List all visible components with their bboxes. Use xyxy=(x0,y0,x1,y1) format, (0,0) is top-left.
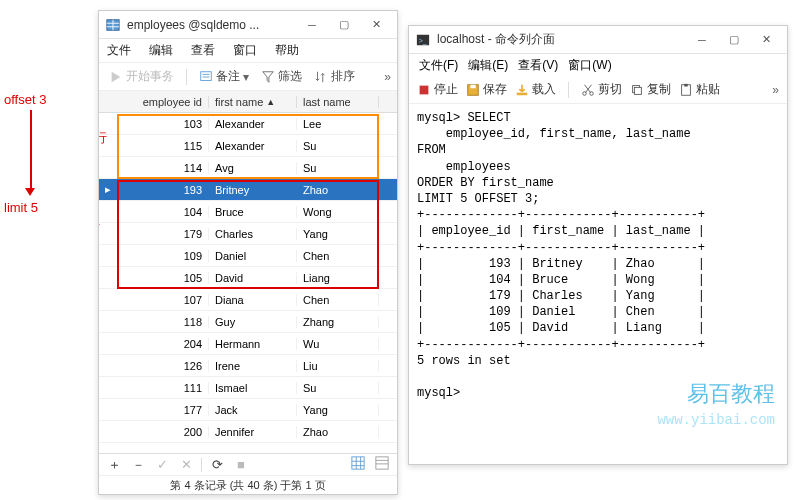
toolbar-overflow-icon[interactable]: » xyxy=(772,83,779,97)
cell-last-name: Chen xyxy=(297,250,379,262)
menubar: 文件(F) 编辑(E) 查看(V) 窗口(W) xyxy=(409,54,787,76)
table-row[interactable]: 111IsmaelSu xyxy=(99,377,397,399)
annotation-limit-note: 取5行 xyxy=(99,217,100,235)
menu-edit[interactable]: 编辑(E) xyxy=(468,57,508,74)
annotation-limit: limit 5 xyxy=(4,200,38,215)
table-row[interactable]: 115AlexanderSu xyxy=(99,135,397,157)
console-output[interactable]: mysql> SELECT employee_id, first_name, l… xyxy=(409,104,787,460)
cell-last-name: Yang xyxy=(297,404,379,416)
maximize-button[interactable]: ▢ xyxy=(719,30,749,50)
table-row[interactable]: 177JackYang xyxy=(99,399,397,421)
paste-button[interactable]: 粘贴 xyxy=(679,81,720,98)
menubar: 文件 编辑 查看 窗口 帮助 xyxy=(99,39,397,63)
stop-button[interactable]: ■ xyxy=(232,457,250,472)
cell-employee-id: 118 xyxy=(117,316,209,328)
begin-transaction-button[interactable]: 开始事务 xyxy=(105,66,178,87)
cell-last-name: Wu xyxy=(297,338,379,350)
toolbar-overflow-icon[interactable]: » xyxy=(384,70,391,84)
commit-button[interactable]: ✓ xyxy=(153,457,171,472)
cell-last-name: Su xyxy=(297,140,379,152)
cell-last-name: Yang xyxy=(297,228,379,240)
svg-rect-26 xyxy=(634,87,641,94)
table-icon xyxy=(105,17,121,33)
table-row[interactable]: 118GuyZhang xyxy=(99,311,397,333)
annotation-arrow-line xyxy=(30,110,32,188)
table-row[interactable]: 179CharlesYang xyxy=(99,223,397,245)
titlebar-right[interactable]: >_ localhost - 命令列介面 ─ ▢ ✕ xyxy=(409,26,787,54)
delete-row-button[interactable]: － xyxy=(129,456,147,474)
table-row[interactable]: ▸193BritneyZhao xyxy=(99,179,397,201)
form-view-icon[interactable] xyxy=(373,456,391,473)
cell-first-name: Bruce xyxy=(209,206,297,218)
svg-rect-28 xyxy=(684,83,688,86)
cell-employee-id: 200 xyxy=(117,426,209,438)
cell-first-name: Daniel xyxy=(209,250,297,262)
col-last-name[interactable]: last name xyxy=(297,96,379,108)
cell-last-name: Chen xyxy=(297,294,379,306)
cell-employee-id: 107 xyxy=(117,294,209,306)
cell-first-name: Alexander xyxy=(209,140,297,152)
cut-button[interactable]: 剪切 xyxy=(581,81,622,98)
col-employee-id[interactable]: employee id xyxy=(117,96,209,108)
menu-help[interactable]: 帮助 xyxy=(275,42,299,59)
cell-last-name: Zhao xyxy=(297,426,379,438)
cell-employee-id: 114 xyxy=(117,162,209,174)
minimize-button[interactable]: ─ xyxy=(297,15,327,35)
menu-view[interactable]: 查看(V) xyxy=(518,57,558,74)
annotation-offset: offset 3 xyxy=(4,92,46,107)
load-button[interactable]: 载入 xyxy=(515,81,556,98)
titlebar-left[interactable]: employees @sqldemo ... ─ ▢ ✕ xyxy=(99,11,397,39)
data-grid: employee id first name▲ last name 103Ale… xyxy=(99,91,397,453)
col-first-name[interactable]: first name▲ xyxy=(209,96,297,108)
cell-last-name: Zhang xyxy=(297,316,379,328)
svg-rect-22 xyxy=(517,92,528,95)
menu-window[interactable]: 窗口 xyxy=(233,42,257,59)
table-row[interactable]: 126IreneLiu xyxy=(99,355,397,377)
cancel-edit-button[interactable]: ✕ xyxy=(177,457,195,472)
terminal-window: >_ localhost - 命令列介面 ─ ▢ ✕ 文件(F) 编辑(E) 查… xyxy=(408,25,788,465)
cell-last-name: Zhao xyxy=(297,184,379,196)
cell-employee-id: 103 xyxy=(117,118,209,130)
svg-rect-5 xyxy=(201,71,212,80)
menu-view[interactable]: 查看 xyxy=(191,42,215,59)
menu-file[interactable]: 文件 xyxy=(107,42,131,59)
sort-button[interactable]: 排序 xyxy=(310,66,359,87)
maximize-button[interactable]: ▢ xyxy=(329,15,359,35)
toolbar: 开始事务 备注▾ 筛选 排序 » xyxy=(99,63,397,91)
db-result-window: employees @sqldemo ... ─ ▢ ✕ 文件 编辑 查看 窗口… xyxy=(98,10,398,495)
status-bar: 第 4 条记录 (共 40 条) 于第 1 页 xyxy=(99,475,397,495)
table-row[interactable]: 104BruceWong xyxy=(99,201,397,223)
add-row-button[interactable]: ＋ xyxy=(105,456,123,474)
table-row[interactable]: 103AlexanderLee xyxy=(99,113,397,135)
table-row[interactable]: 200JenniferZhao xyxy=(99,421,397,443)
grid-footer-toolbar: ＋ － ✓ ✕ ⟳ ■ xyxy=(99,453,397,475)
svg-rect-9 xyxy=(352,457,364,469)
cell-first-name: Jennifer xyxy=(209,426,297,438)
cell-first-name: Irene xyxy=(209,360,297,372)
stop-button[interactable]: 停止 xyxy=(417,81,458,98)
annotation-arrow-head xyxy=(25,188,35,196)
minimize-button[interactable]: ─ xyxy=(687,30,717,50)
save-button[interactable]: 保存 xyxy=(466,81,507,98)
table-row[interactable]: 114AvgSu xyxy=(99,157,397,179)
filter-button[interactable]: 筛选 xyxy=(257,66,306,87)
table-row[interactable]: 105DavidLiang xyxy=(99,267,397,289)
terminal-toolbar: 停止 保存 载入 剪切 复制 粘贴 » xyxy=(409,76,787,104)
remark-button[interactable]: 备注▾ xyxy=(195,66,253,87)
svg-rect-14 xyxy=(376,457,388,469)
grid-header: employee id first name▲ last name xyxy=(99,91,397,113)
copy-button[interactable]: 复制 xyxy=(630,81,671,98)
grid-view-icon[interactable] xyxy=(349,456,367,473)
table-row[interactable]: 107DianaChen xyxy=(99,289,397,311)
table-row[interactable]: 204HermannWu xyxy=(99,333,397,355)
close-button[interactable]: ✕ xyxy=(361,15,391,35)
cell-first-name: Ismael xyxy=(209,382,297,394)
menu-file[interactable]: 文件(F) xyxy=(419,57,458,74)
menu-edit[interactable]: 编辑 xyxy=(149,42,173,59)
cell-employee-id: 177 xyxy=(117,404,209,416)
sort-asc-icon: ▲ xyxy=(266,97,275,107)
close-button[interactable]: ✕ xyxy=(751,30,781,50)
refresh-button[interactable]: ⟳ xyxy=(208,457,226,472)
table-row[interactable]: 109DanielChen xyxy=(99,245,397,267)
menu-window[interactable]: 窗口(W) xyxy=(568,57,611,74)
